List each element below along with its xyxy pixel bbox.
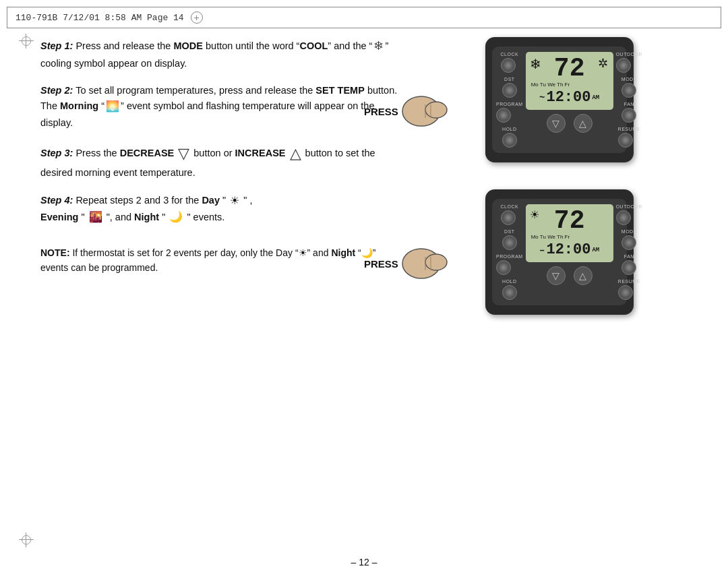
increase-icon: △ (290, 142, 301, 165)
program-label-b: PROGRAM (496, 254, 523, 259)
clock-btn-group: CLOCK (501, 52, 519, 73)
step-2-block: Step 2: To set all program temperatures,… (40, 83, 404, 130)
reg-mark-left-bottom (19, 532, 34, 547)
increase-btn-bottom[interactable]: △ (574, 266, 593, 285)
clock-label: CLOCK (501, 52, 519, 57)
thermo-top-screen: ❄ ✲ 72 Mo Tu We Th Fr ~ 12:00 AM (526, 52, 613, 110)
ampm-bottom: AM (592, 247, 599, 253)
cool-symbol-icon: ❄ (373, 37, 384, 56)
program-label: PROGRAM (496, 102, 523, 106)
outdoor-btn-b[interactable] (616, 210, 631, 225)
note-block: NOTE: If thermostat is set for 2 events … (40, 246, 404, 275)
clock-btn-b[interactable] (501, 210, 516, 225)
thermo-bottom-left-btns: CLOCK DST PROGRAM (496, 204, 523, 300)
thermo-bottom-center: ☀ 72 Mo Tu We Th Fr – 12:00 AM (526, 204, 613, 285)
fan-btn-group-b: FAN (621, 254, 636, 275)
hold-btn-group-b: HOLD (502, 279, 517, 300)
hold-label: HOLD (502, 127, 517, 131)
page-number: – 12 – (351, 557, 377, 568)
star-icon-top: ✲ (598, 56, 608, 71)
step4-bold3: Night (134, 212, 159, 222)
hold-btn-group: HOLD (502, 127, 517, 148)
step4-bold2: Evening (40, 212, 78, 222)
press-bottom-label: PRESS (364, 258, 398, 270)
resume-label: RESUME (618, 127, 640, 131)
program-btn-group-b: PROGRAM (496, 254, 523, 275)
program-btn-b[interactable] (496, 260, 511, 275)
time-display-top: ~ 12:00 AM (531, 89, 608, 106)
dst-btn-group-b: DST (502, 229, 517, 250)
ampm-top: AM (592, 94, 599, 101)
mode-label: MODE (621, 77, 637, 82)
step3-text1: Press the (75, 148, 119, 158)
step2-label: Step 2: (40, 85, 73, 96)
header-bar: 110-791B 7/12/01 8:58 AM Page 14 (7, 7, 721, 28)
step2-text1: To set all program temperatures, press a… (75, 85, 315, 96)
thermostat-bottom-section: PRESS CLOCK (431, 189, 688, 315)
step3-label: Step 3: (40, 148, 73, 158)
resume-btn-group: RESUME (618, 127, 640, 148)
mode-label-b: MODE (621, 229, 637, 234)
step-3-block: Step 3: Press the DECREASE ▽ button or I… (40, 142, 404, 181)
hold-btn[interactable] (502, 133, 517, 148)
fan-btn[interactable] (621, 108, 636, 123)
step1-label: Step 1: (40, 40, 73, 51)
outdoor-btn[interactable] (616, 58, 631, 73)
decrease-icon: ▽ (178, 142, 189, 165)
fan-btn-group: FAN (621, 102, 636, 123)
thermostat-bottom-inner: CLOCK DST PROGRAM (492, 199, 627, 305)
increase-btn-top[interactable]: △ (574, 114, 593, 133)
resume-btn-group-b: RESUME (618, 279, 640, 300)
outdoor-label: OUTDOOR (616, 52, 642, 57)
step3-bold1: DECREASE (120, 148, 175, 158)
day-icon: ☀ (230, 193, 239, 210)
mode-btn-b[interactable] (621, 235, 636, 250)
dst-btn-b[interactable] (502, 235, 517, 250)
finger-top-icon (401, 91, 448, 131)
resume-btn[interactable] (618, 133, 633, 148)
step2-bold2: Morning (60, 100, 98, 111)
dst-label-b: DST (502, 229, 517, 234)
step1-text2: button until the word “ (203, 40, 299, 51)
dst-btn-group: DST (502, 77, 517, 98)
main-content: Step 1: Press and release the MODE butto… (40, 37, 688, 541)
resume-btn-b[interactable] (618, 285, 633, 300)
thermo-bottom-layout: CLOCK DST PROGRAM (496, 204, 623, 300)
dst-btn[interactable] (502, 83, 517, 98)
step2-text3: “ (98, 100, 104, 111)
step-4-block: Step 4: Repeat steps 2 and 3 for the Day… (40, 193, 404, 226)
fan-label: FAN (621, 102, 636, 106)
clock-btn-group-b: CLOCK (501, 204, 519, 225)
thermo-bottom-arrow-btns: ▽ △ (526, 266, 613, 285)
thermostat-top-inner: CLOCK DST PROGRAM (492, 47, 627, 153)
fan-btn-b[interactable] (621, 260, 636, 275)
thermo-bottom-screen: ☀ 72 Mo Tu We Th Fr – 12:00 AM (526, 204, 613, 262)
time-value-top: 12:00 (546, 89, 590, 106)
step-1-block: Step 1: Press and release the MODE butto… (40, 37, 404, 71)
press-top-container: PRESS (364, 91, 448, 131)
mode-btn-group-b: MODE (621, 229, 637, 250)
temp-display-bottom: 72 (531, 208, 608, 234)
hold-btn-b[interactable] (502, 285, 517, 300)
device-column: PRESS (431, 37, 688, 327)
time-prefix-top: ~ (539, 92, 545, 103)
decrease-btn-top[interactable]: ▽ (547, 114, 566, 133)
days-display-top: Mo Tu We Th Fr (531, 82, 608, 88)
header-text: 110-791B 7/12/01 8:58 AM Page 14 (16, 13, 184, 23)
outdoor-btn-group-b: OUTDOOR (616, 204, 642, 225)
svg-point-1 (425, 102, 447, 118)
decrease-btn-bottom[interactable]: ▽ (547, 266, 566, 285)
step2-bold1: SET TEMP (315, 85, 365, 96)
dst-label: DST (502, 77, 517, 82)
step4-label: Step 4: (40, 195, 73, 206)
program-btn[interactable] (496, 108, 511, 123)
clock-btn[interactable] (501, 58, 516, 73)
registration-mark-header (191, 11, 203, 24)
mode-btn[interactable] (621, 83, 636, 98)
temp-display-top: 72 (531, 56, 608, 82)
hold-label-b: HOLD (502, 279, 517, 284)
program-btn-group: PROGRAM (496, 102, 523, 123)
thermo-top-center: ❄ ✲ 72 Mo Tu We Th Fr ~ 12:00 AM (526, 52, 613, 133)
time-display-bottom: – 12:00 AM (531, 241, 608, 258)
snow-icon-top: ❄ (530, 56, 541, 72)
